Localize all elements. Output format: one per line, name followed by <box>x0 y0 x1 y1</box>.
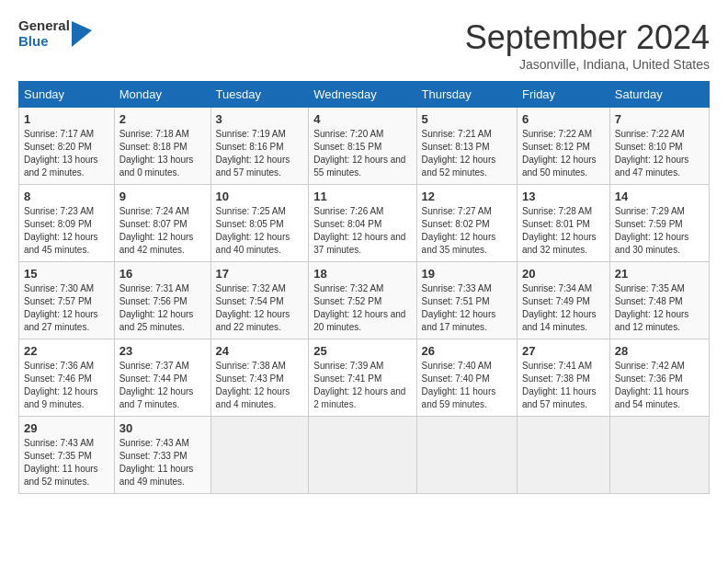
day-cell-3: 3Sunrise: 7:19 AMSunset: 8:16 PMDaylight… <box>210 108 309 185</box>
day-number: 22 <box>24 344 109 358</box>
day-info: Sunrise: 7:38 AMSunset: 7:43 PMDaylight:… <box>216 360 304 411</box>
day-cell-27: 27Sunrise: 7:41 AMSunset: 7:38 PMDayligh… <box>517 339 609 417</box>
day-info: Sunrise: 7:18 AMSunset: 8:18 PMDaylight:… <box>119 128 206 179</box>
week-row-4: 22Sunrise: 7:36 AMSunset: 7:46 PMDayligh… <box>19 339 710 417</box>
day-cell-4: 4Sunrise: 7:20 AMSunset: 8:15 PMDaylight… <box>309 108 416 185</box>
day-info: Sunrise: 7:28 AMSunset: 8:01 PMDaylight:… <box>522 205 605 257</box>
logo: General Blue <box>18 18 92 49</box>
day-info: Sunrise: 7:32 AMSunset: 7:52 PMDaylight:… <box>313 282 411 334</box>
day-cell-11: 11Sunrise: 7:26 AMSunset: 8:04 PMDayligh… <box>309 185 416 262</box>
day-number: 17 <box>216 267 304 281</box>
day-info: Sunrise: 7:39 AMSunset: 7:41 PMDaylight:… <box>313 360 411 411</box>
day-cell-22: 22Sunrise: 7:36 AMSunset: 7:46 PMDayligh… <box>19 339 115 417</box>
day-info: Sunrise: 7:20 AMSunset: 8:15 PMDaylight:… <box>313 128 411 179</box>
day-number: 6 <box>522 112 605 126</box>
calendar-table: SundayMondayTuesdayWednesdayThursdayFrid… <box>18 81 710 494</box>
day-header-monday: Monday <box>114 82 210 108</box>
day-info: Sunrise: 7:23 AMSunset: 8:09 PMDaylight:… <box>24 205 109 257</box>
day-info: Sunrise: 7:37 AMSunset: 7:44 PMDaylight:… <box>119 360 206 411</box>
day-cell-9: 9Sunrise: 7:24 AMSunset: 8:07 PMDaylight… <box>114 185 210 262</box>
day-info: Sunrise: 7:34 AMSunset: 7:49 PMDaylight:… <box>522 282 605 334</box>
day-info: Sunrise: 7:26 AMSunset: 8:04 PMDaylight:… <box>313 205 411 257</box>
day-header-thursday: Thursday <box>416 82 517 108</box>
day-cell-12: 12Sunrise: 7:27 AMSunset: 8:02 PMDayligh… <box>416 185 517 262</box>
day-header-sunday: Sunday <box>19 82 115 108</box>
day-number: 21 <box>615 267 704 281</box>
days-header-row: SundayMondayTuesdayWednesdayThursdayFrid… <box>19 82 710 108</box>
day-header-friday: Friday <box>517 82 609 108</box>
day-info: Sunrise: 7:19 AMSunset: 8:16 PMDaylight:… <box>216 128 304 179</box>
logo-blue: Blue <box>18 34 70 50</box>
empty-cell <box>517 417 609 494</box>
logo-container: General Blue <box>18 18 92 49</box>
week-row-3: 15Sunrise: 7:30 AMSunset: 7:57 PMDayligh… <box>19 262 710 339</box>
day-info: Sunrise: 7:17 AMSunset: 8:20 PMDaylight:… <box>24 128 109 179</box>
day-number: 25 <box>313 344 411 358</box>
svg-marker-0 <box>72 21 92 47</box>
day-cell-10: 10Sunrise: 7:25 AMSunset: 8:05 PMDayligh… <box>210 185 309 262</box>
day-cell-14: 14Sunrise: 7:29 AMSunset: 7:59 PMDayligh… <box>609 185 709 262</box>
calendar-title: September 2024 <box>465 18 710 57</box>
day-number: 27 <box>522 344 605 358</box>
day-number: 4 <box>313 112 411 126</box>
day-number: 15 <box>24 267 109 281</box>
day-cell-29: 29Sunrise: 7:43 AMSunset: 7:35 PMDayligh… <box>19 417 115 494</box>
day-info: Sunrise: 7:32 AMSunset: 7:54 PMDaylight:… <box>216 282 304 334</box>
empty-cell <box>609 417 709 494</box>
logo-triangle-icon <box>72 21 92 47</box>
day-number: 3 <box>216 112 304 126</box>
day-info: Sunrise: 7:27 AMSunset: 8:02 PMDaylight:… <box>422 205 512 257</box>
day-cell-15: 15Sunrise: 7:30 AMSunset: 7:57 PMDayligh… <box>19 262 115 339</box>
logo-text-block: General Blue <box>18 18 70 49</box>
day-number: 26 <box>422 344 512 358</box>
day-cell-19: 19Sunrise: 7:33 AMSunset: 7:51 PMDayligh… <box>416 262 517 339</box>
title-block: September 2024 Jasonville, Indiana, Unit… <box>465 18 710 72</box>
day-number: 2 <box>119 112 206 126</box>
day-info: Sunrise: 7:43 AMSunset: 7:33 PMDaylight:… <box>119 437 206 488</box>
day-cell-17: 17Sunrise: 7:32 AMSunset: 7:54 PMDayligh… <box>210 262 309 339</box>
day-info: Sunrise: 7:42 AMSunset: 7:36 PMDaylight:… <box>615 360 704 411</box>
day-info: Sunrise: 7:40 AMSunset: 7:40 PMDaylight:… <box>422 360 512 411</box>
day-number: 24 <box>216 344 304 358</box>
day-info: Sunrise: 7:43 AMSunset: 7:35 PMDaylight:… <box>24 437 109 488</box>
day-cell-18: 18Sunrise: 7:32 AMSunset: 7:52 PMDayligh… <box>309 262 416 339</box>
page-header: General Blue September 2024 Jasonville, … <box>18 18 710 72</box>
day-info: Sunrise: 7:22 AMSunset: 8:12 PMDaylight:… <box>522 128 605 179</box>
day-number: 1 <box>24 112 109 126</box>
day-info: Sunrise: 7:41 AMSunset: 7:38 PMDaylight:… <box>522 360 605 411</box>
day-number: 23 <box>119 344 206 358</box>
day-info: Sunrise: 7:24 AMSunset: 8:07 PMDaylight:… <box>119 205 206 257</box>
day-cell-26: 26Sunrise: 7:40 AMSunset: 7:40 PMDayligh… <box>416 339 517 417</box>
day-cell-30: 30Sunrise: 7:43 AMSunset: 7:33 PMDayligh… <box>114 417 210 494</box>
week-row-2: 8Sunrise: 7:23 AMSunset: 8:09 PMDaylight… <box>19 185 710 262</box>
day-number: 19 <box>422 267 512 281</box>
day-number: 12 <box>422 190 512 203</box>
day-number: 7 <box>615 112 704 126</box>
day-info: Sunrise: 7:29 AMSunset: 7:59 PMDaylight:… <box>615 205 704 257</box>
day-cell-20: 20Sunrise: 7:34 AMSunset: 7:49 PMDayligh… <box>517 262 609 339</box>
day-info: Sunrise: 7:31 AMSunset: 7:56 PMDaylight:… <box>119 282 206 334</box>
day-header-saturday: Saturday <box>609 82 709 108</box>
day-cell-1: 1Sunrise: 7:17 AMSunset: 8:20 PMDaylight… <box>19 108 115 185</box>
day-info: Sunrise: 7:36 AMSunset: 7:46 PMDaylight:… <box>24 360 109 411</box>
day-cell-24: 24Sunrise: 7:38 AMSunset: 7:43 PMDayligh… <box>210 339 309 417</box>
day-number: 18 <box>313 267 411 281</box>
day-cell-7: 7Sunrise: 7:22 AMSunset: 8:10 PMDaylight… <box>609 108 709 185</box>
day-cell-8: 8Sunrise: 7:23 AMSunset: 8:09 PMDaylight… <box>19 185 115 262</box>
day-cell-21: 21Sunrise: 7:35 AMSunset: 7:48 PMDayligh… <box>609 262 709 339</box>
day-info: Sunrise: 7:35 AMSunset: 7:48 PMDaylight:… <box>615 282 704 334</box>
logo-general: General <box>18 18 70 34</box>
day-number: 13 <box>522 190 605 203</box>
day-cell-6: 6Sunrise: 7:22 AMSunset: 8:12 PMDaylight… <box>517 108 609 185</box>
day-cell-2: 2Sunrise: 7:18 AMSunset: 8:18 PMDaylight… <box>114 108 210 185</box>
day-info: Sunrise: 7:21 AMSunset: 8:13 PMDaylight:… <box>422 128 512 179</box>
day-number: 11 <box>313 190 411 203</box>
calendar-subtitle: Jasonville, Indiana, United States <box>465 57 710 72</box>
day-number: 8 <box>24 190 109 203</box>
day-number: 5 <box>422 112 512 126</box>
day-number: 28 <box>615 344 704 358</box>
day-number: 16 <box>119 267 206 281</box>
day-cell-28: 28Sunrise: 7:42 AMSunset: 7:36 PMDayligh… <box>609 339 709 417</box>
day-cell-5: 5Sunrise: 7:21 AMSunset: 8:13 PMDaylight… <box>416 108 517 185</box>
day-info: Sunrise: 7:30 AMSunset: 7:57 PMDaylight:… <box>24 282 109 334</box>
